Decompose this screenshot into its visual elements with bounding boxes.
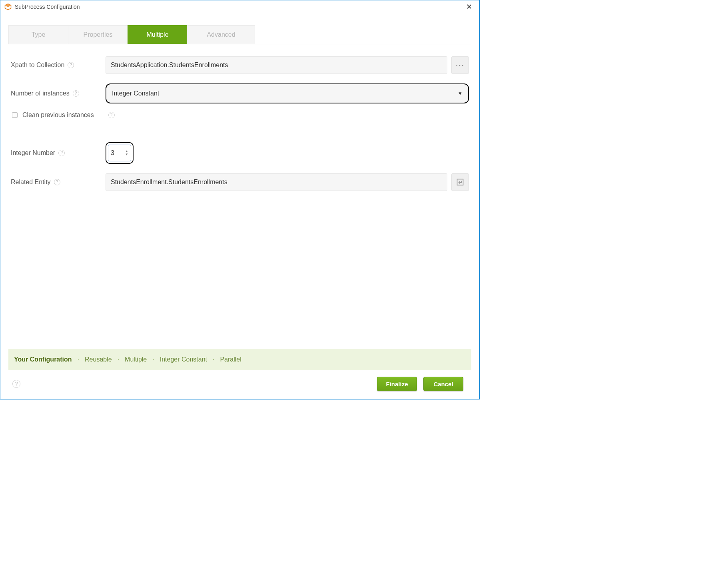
integer-spinner[interactable]: 3 ▲▼: [106, 142, 134, 164]
more-button[interactable]: ⋯: [451, 56, 469, 74]
window-title: SubProcess Configuration: [15, 4, 80, 10]
cancel-button[interactable]: Cancel: [423, 377, 463, 391]
row-instances: Number of instances Integer Constant ▼: [11, 83, 469, 103]
row-integer: Integer Number 3 ▲▼: [11, 142, 469, 164]
close-icon[interactable]: ✕: [463, 2, 475, 11]
tab-multiple[interactable]: Multiple: [128, 25, 187, 44]
dialog-window: SubProcess Configuration ✕ Type Properti…: [0, 0, 480, 399]
label-entity: Related Entity: [11, 179, 51, 186]
config-summary-bar: Your Configuration · Reusable · Multiple…: [8, 349, 471, 370]
entity-input[interactable]: [106, 173, 447, 191]
tab-properties[interactable]: Properties: [68, 25, 128, 44]
entity-browse-button[interactable]: [451, 173, 469, 191]
integer-value: 3: [111, 149, 123, 157]
app-icon: [4, 3, 12, 10]
finalize-button[interactable]: Finalize: [377, 377, 417, 391]
tab-advanced[interactable]: Advanced: [187, 25, 255, 44]
help-icon[interactable]: [58, 150, 65, 156]
tabs: Type Properties Multiple Advanced: [8, 25, 471, 44]
tab-label: Type: [32, 31, 46, 38]
enter-icon: [456, 178, 464, 186]
row-entity: Related Entity: [11, 173, 469, 191]
row-xpath: Xpath to Collection ⋯: [11, 56, 469, 74]
help-icon[interactable]: [54, 179, 60, 185]
form-area: Xpath to Collection ⋯ Number of instance…: [8, 44, 471, 191]
instances-select[interactable]: Integer Constant ▼: [106, 83, 469, 103]
config-item: Integer Constant: [160, 356, 207, 363]
help-icon[interactable]: [12, 380, 20, 388]
label-xpath: Xpath to Collection: [11, 62, 64, 69]
tab-label: Advanced: [207, 31, 235, 38]
help-icon[interactable]: [68, 62, 74, 68]
config-item: Reusable: [85, 356, 112, 363]
label-integer: Integer Number: [11, 149, 55, 157]
clean-checkbox[interactable]: [12, 112, 18, 118]
divider: [11, 130, 469, 130]
row-clean: Clean previous instances: [11, 111, 469, 119]
xpath-input[interactable]: [106, 56, 447, 74]
tab-label: Multiple: [146, 31, 168, 38]
chevron-down-icon: ▼: [458, 91, 463, 96]
label-clean: Clean previous instances: [22, 111, 94, 119]
config-title: Your Configuration: [14, 356, 72, 363]
tab-type[interactable]: Type: [8, 25, 68, 44]
config-item: Parallel: [220, 356, 241, 363]
tab-label: Properties: [84, 31, 113, 38]
instances-value: Integer Constant: [112, 90, 458, 97]
config-item: Multiple: [125, 356, 147, 363]
help-icon[interactable]: [73, 90, 79, 97]
spinner-arrows[interactable]: ▲▼: [125, 150, 128, 156]
titlebar: SubProcess Configuration ✕: [0, 0, 479, 13]
footer: Finalize Cancel: [8, 370, 471, 399]
spacer: [8, 191, 471, 349]
content-area: Type Properties Multiple Advanced Xpath …: [0, 13, 479, 399]
help-icon[interactable]: [108, 112, 115, 118]
label-instances: Number of instances: [11, 90, 70, 97]
